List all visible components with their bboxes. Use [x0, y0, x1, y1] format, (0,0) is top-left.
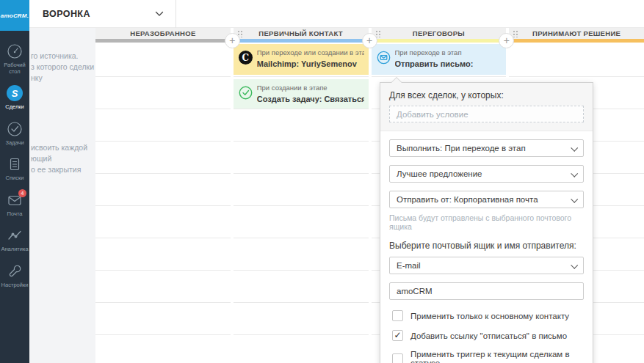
checkbox-apply-to-current-deals[interactable]: ✓ Применить триггер к текущим сделкам в … — [392, 350, 584, 363]
add-stage-button[interactable]: + — [225, 33, 240, 48]
stage-header[interactable]: НЕРАЗОБРАННОЕ — [95, 28, 231, 39]
popup-conditions-section: Для всех сделок, у которых: Добавить усл… — [380, 83, 593, 131]
stage-header[interactable]: ПРИНИМАЮТ РЕШЕНИЕ — [509, 28, 644, 39]
trigger-condition: При переходе в этап — [395, 48, 502, 57]
chevron-down-icon — [155, 11, 164, 17]
mailbox-label: Выберите почтовый ящик и имя отправителя… — [389, 241, 584, 251]
select-value: Лучшее предложение — [397, 169, 482, 178]
stage-title: ПЕРЕГОВОРЫ — [413, 29, 465, 37]
trigger-action: Mailchimp: YuriySemenov — [257, 59, 364, 69]
select-value: E-mail — [397, 261, 421, 270]
stage-header[interactable]: ПЕРВИЧНЫЙ КОНТАКТ — [234, 28, 369, 39]
sidebar-item-desktop[interactable]: Рабочий стол — [0, 38, 29, 80]
chevron-down-icon — [571, 170, 578, 177]
checkbox-unsubscribe-link[interactable]: ✓ Добавить ссылку "отписаться" в письмо — [392, 330, 584, 341]
checkbox-label: Применить триггер к текущим сделкам в ст… — [410, 350, 584, 363]
mail-icon: 4 — [6, 191, 23, 209]
conditions-label: Для всех сделок, у которых: — [389, 90, 584, 100]
panel-text-fragment: го источника. з которого сделки нку — [31, 51, 94, 84]
amocrm-app: ВОРОНКА amoCRM. Рабочий стол S Сделки — [0, 0, 644, 363]
stage-body: C При переходе или создании в этапе Mail… — [234, 43, 369, 363]
deals-icon: S — [6, 84, 23, 102]
sidebar-item-label: Настройки — [1, 282, 29, 289]
checkbox-label: Применить только к основному контакту — [410, 312, 569, 320]
sidebar-item-label: Рабочий стол — [0, 62, 29, 75]
sidebar-item-tasks[interactable]: Задачи — [0, 116, 29, 152]
sidebar-item-label: Аналитика — [1, 246, 28, 253]
trigger-action: Создать задачу: Связаться — [257, 94, 364, 104]
sidebar-item-deals[interactable]: S Сделки — [0, 80, 29, 116]
trigger-settings-popup: Для всех сделок, у которых: Добавить усл… — [380, 82, 593, 363]
stage-column-first-contact: ПЕРВИЧНЫЙ КОНТАКТ C При переходе или соз… — [234, 28, 369, 363]
drag-handle-icon[interactable] — [513, 30, 518, 37]
sidebar-item-label: Почта — [7, 211, 23, 218]
chevron-down-icon — [571, 262, 578, 269]
settings-icon — [6, 263, 23, 280]
send-from-select[interactable]: Отправить от: Корпоративная почта — [389, 191, 584, 208]
page-title: ВОРОНКА — [43, 9, 90, 19]
trigger-card-mailchimp[interactable]: C При переходе или создании в этапе Mail… — [234, 44, 369, 75]
sidebar-item-settings[interactable]: Настройки — [0, 258, 29, 294]
email-select[interactable]: E-mail — [389, 257, 584, 274]
stage-header[interactable]: ПЕРЕГОВОРЫ — [372, 28, 507, 39]
analytics-icon — [6, 227, 23, 244]
mail-unread-badge: 4 — [18, 189, 26, 197]
checkbox-box[interactable]: ✓ — [392, 353, 403, 363]
task-check-icon — [239, 86, 253, 100]
popup-settings-section: Выполнить: При переходе в этап Лучшее пр… — [380, 131, 593, 363]
trigger-action: Отправить письмо: — [395, 59, 502, 69]
trigger-card-send-mail[interactable]: При переходе в этап Отправить письмо: — [372, 44, 507, 75]
checkbox-main-contact-only[interactable]: ✓ Применить только к основному контакту — [392, 310, 584, 321]
stage-column-unsorted: НЕРАЗОБРАННОЕ — [95, 28, 231, 363]
trigger-card-create-task[interactable]: При создании в этапе Создать задачу: Свя… — [234, 79, 369, 109]
panel-text-fragment: исвоить каждой ющий о ее закрытия — [31, 142, 87, 175]
send-mail-icon — [377, 51, 391, 65]
select-value: Отправить от: Корпоративная почта — [397, 195, 538, 204]
checkbox-box[interactable]: ✓ — [392, 310, 403, 321]
dashboard-icon — [6, 43, 23, 60]
chevron-down-icon — [571, 144, 578, 152]
mailchimp-icon: C — [239, 51, 253, 65]
logo-text: amoCRM. — [1, 12, 29, 19]
amocrm-logo[interactable]: amoCRM. — [0, 0, 29, 31]
sidebar-item-label: Задачи — [5, 140, 23, 147]
mailbox-help-text: Письма будут отправлены с выбранного поч… — [389, 213, 584, 231]
funnel-selector[interactable]: ВОРОНКА — [29, 0, 176, 28]
add-stage-button[interactable]: + — [362, 33, 377, 48]
trigger-condition: При создании в этапе — [257, 84, 364, 92]
template-select[interactable]: Лучшее предложение — [389, 165, 584, 183]
sidebar-item-label: Сделки — [5, 104, 24, 111]
select-value: Выполнить: При переходе в этап — [397, 144, 526, 153]
sidebar-item-mail[interactable]: 4 Почта — [0, 187, 29, 223]
sender-name-input[interactable]: amoCRM — [389, 282, 584, 300]
top-bar: ВОРОНКА — [29, 0, 644, 28]
checkbox-box[interactable]: ✓ — [392, 330, 403, 341]
sidebar-item-analytics[interactable]: Аналитика — [0, 222, 29, 258]
lists-icon — [6, 155, 23, 173]
popup-arrow — [391, 77, 402, 83]
chevron-down-icon — [571, 196, 578, 203]
tasks-icon — [6, 120, 23, 138]
stage-title: ПЕРВИЧНЫЙ КОНТАКТ — [258, 29, 343, 37]
stage-body — [95, 43, 231, 363]
sidebar-item-label: Списки — [6, 175, 24, 182]
execute-on-select[interactable]: Выполнить: При переходе в этап — [389, 139, 584, 157]
sidebar: Рабочий стол S Сделки Задачи Списки — [0, 31, 29, 363]
sidebar-item-lists[interactable]: Списки — [0, 151, 29, 187]
checkbox-label: Добавить ссылку "отписаться" в письмо — [410, 331, 567, 340]
left-settings-panel: го источника. з которого сделки нку исво… — [29, 28, 95, 363]
trigger-condition: При переходе или создании в этапе — [257, 48, 364, 57]
add-condition-field[interactable]: Добавить условие — [389, 106, 584, 122]
stage-title: ПРИНИМАЮТ РЕШЕНИЕ — [532, 29, 621, 37]
stage-title: НЕРАЗОБРАННОЕ — [130, 29, 195, 37]
